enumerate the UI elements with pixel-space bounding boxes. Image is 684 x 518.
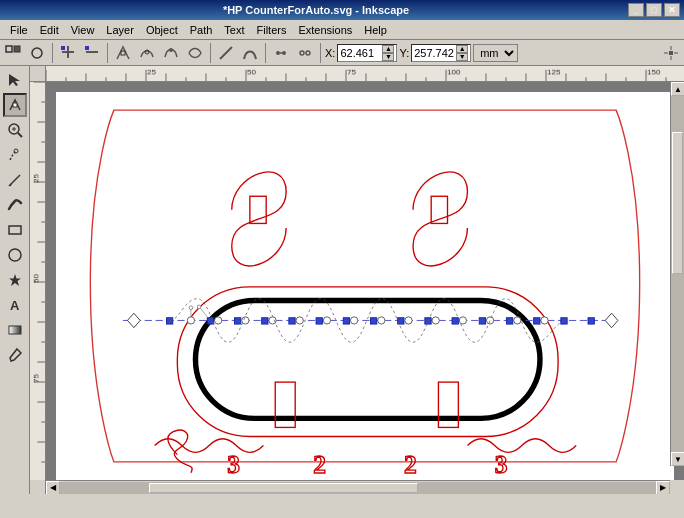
tool-selector[interactable]	[3, 68, 27, 92]
tool-gradient[interactable]	[3, 318, 27, 342]
menu-extensions[interactable]: Extensions	[292, 22, 358, 38]
node-select-btn[interactable]	[2, 42, 24, 64]
toolbox: A	[0, 66, 30, 494]
scroll-thumb-h[interactable]	[149, 483, 417, 493]
svg-point-54	[486, 317, 493, 324]
svg-point-13	[282, 51, 286, 55]
svg-rect-0	[6, 46, 12, 52]
menu-object[interactable]: Object	[140, 22, 184, 38]
y-spin-down[interactable]: ▼	[456, 53, 468, 61]
title-bar: *HP CounterForAuto.svg - Inkscape _ □ ✕	[0, 0, 684, 20]
node-break-btn[interactable]	[294, 42, 316, 64]
y-input[interactable]: 257.742 ▲ ▼	[411, 44, 471, 62]
node-deselect-btn[interactable]	[26, 42, 48, 64]
drawing-canvas[interactable]: 3 2 2 3	[56, 92, 674, 480]
svg-text:3: 3	[495, 450, 508, 478]
svg-rect-67	[452, 318, 458, 324]
menu-layer[interactable]: Layer	[100, 22, 140, 38]
svg-rect-17	[669, 51, 673, 55]
title-bar-text: *HP CounterForAuto.svg - Inkscape	[4, 4, 628, 16]
menu-path[interactable]: Path	[184, 22, 219, 38]
x-input[interactable]: 62.461 ▲ ▼	[337, 44, 397, 62]
tool-rectangle[interactable]	[3, 218, 27, 242]
svg-point-74	[189, 306, 193, 310]
svg-point-15	[300, 51, 304, 55]
scroll-up-button[interactable]: ▲	[671, 82, 684, 96]
scroll-thumb-v[interactable]	[672, 132, 683, 274]
main-drawing[interactable]: 3 2 2 3	[56, 92, 674, 480]
tool-circle[interactable]	[3, 243, 27, 267]
canvas-content[interactable]: 3 2 2 3 ▲	[46, 82, 684, 480]
svg-rect-63	[343, 318, 349, 324]
snap-btn[interactable]	[660, 42, 682, 64]
canvas-inner: 3 2 2 3 ▲	[30, 82, 684, 480]
svg-rect-28	[9, 226, 21, 234]
x-coord-group: X: 62.461 ▲ ▼	[325, 44, 397, 62]
svg-point-46	[269, 317, 276, 324]
svg-text:3: 3	[227, 450, 240, 478]
svg-rect-22	[13, 103, 17, 107]
menu-edit[interactable]: Edit	[34, 22, 65, 38]
scrollbar-horizontal[interactable]: ◀ ▶	[46, 480, 670, 494]
node-cusp-btn[interactable]	[112, 42, 134, 64]
tool-dropper[interactable]	[3, 343, 27, 367]
menu-text[interactable]: Text	[218, 22, 250, 38]
tool-calligraphy[interactable]	[3, 193, 27, 217]
svg-rect-57	[166, 318, 172, 324]
svg-rect-64	[370, 318, 376, 324]
node-auto-btn[interactable]	[184, 42, 206, 64]
tool-pencil[interactable]	[3, 143, 27, 167]
node-symmetric-btn[interactable]	[160, 42, 182, 64]
toolbar: X: 62.461 ▲ ▼ Y: 257.742 ▲ ▼ mm px in pt	[0, 40, 684, 66]
toolbar-sep-1	[52, 43, 53, 63]
y-spin-up[interactable]: ▲	[456, 45, 468, 53]
svg-rect-69	[506, 318, 512, 324]
svg-rect-60	[262, 318, 268, 324]
title-bar-buttons: _ □ ✕	[628, 3, 680, 17]
svg-point-44	[215, 317, 222, 324]
segment-line-btn[interactable]	[215, 42, 237, 64]
menu-help[interactable]: Help	[358, 22, 393, 38]
scroll-right-button[interactable]: ▶	[656, 481, 670, 495]
minimize-button[interactable]: _	[628, 3, 644, 17]
svg-point-50	[378, 317, 385, 324]
tool-pen[interactable]	[3, 168, 27, 192]
tool-text[interactable]: A	[3, 293, 27, 317]
svg-point-27	[14, 149, 18, 153]
scrollbar-h-container: ◀ ▶	[30, 480, 684, 494]
svg-rect-61	[289, 318, 295, 324]
svg-rect-58	[207, 318, 213, 324]
maximize-button[interactable]: □	[646, 3, 662, 17]
menu-filters[interactable]: Filters	[251, 22, 293, 38]
menu-bar: File Edit View Layer Object Path Text Fi…	[0, 20, 684, 40]
unit-select[interactable]: mm px in pt	[473, 44, 518, 62]
tool-star[interactable]	[3, 268, 27, 292]
scroll-track-v[interactable]	[671, 96, 684, 452]
scroll-left-button[interactable]: ◀	[46, 481, 60, 495]
canvas-area: 3 2 2 3 ▲	[30, 66, 684, 494]
svg-line-24	[18, 133, 22, 137]
menu-view[interactable]: View	[65, 22, 101, 38]
node-smooth-btn[interactable]	[136, 42, 158, 64]
toolbar-sep-3	[210, 43, 211, 63]
menu-file[interactable]: File	[4, 22, 34, 38]
x-spin-up[interactable]: ▲	[382, 45, 394, 53]
node-add-btn[interactable]	[57, 42, 79, 64]
svg-text:2: 2	[404, 450, 417, 478]
segment-curve-btn[interactable]	[239, 42, 261, 64]
svg-point-12	[276, 51, 280, 55]
x-label: X:	[325, 47, 335, 59]
scroll-track-h[interactable]	[60, 482, 656, 494]
close-button[interactable]: ✕	[664, 3, 680, 17]
scrollbar-vertical[interactable]: ▲ ▼	[670, 82, 684, 466]
node-delete-btn[interactable]	[81, 42, 103, 64]
scroll-down-button[interactable]: ▼	[671, 452, 684, 466]
tool-node-editor[interactable]	[3, 93, 27, 117]
svg-rect-68	[479, 318, 485, 324]
tool-zoom[interactable]	[3, 118, 27, 142]
svg-rect-1	[14, 46, 20, 52]
svg-point-47	[296, 317, 303, 324]
node-join-btn[interactable]	[270, 42, 292, 64]
x-spin-down[interactable]: ▼	[382, 53, 394, 61]
scroll-h-corner	[30, 480, 46, 494]
